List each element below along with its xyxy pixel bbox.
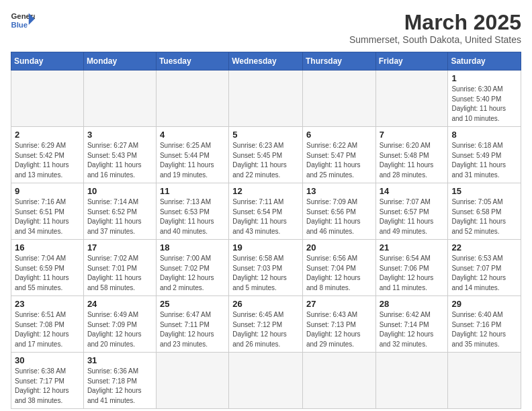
day-info: Sunrise: 7:13 AMSunset: 6:53 PMDaylight:…: [160, 197, 225, 236]
day-cell: [302, 71, 375, 127]
day-number: 19: [232, 242, 299, 253]
day-cell: 14Sunrise: 7:07 AMSunset: 6:57 PMDayligh…: [375, 183, 448, 240]
day-info: Sunrise: 7:14 AMSunset: 6:52 PMDaylight:…: [87, 197, 152, 236]
day-info: Sunrise: 6:58 AMSunset: 7:03 PMDaylight:…: [232, 254, 299, 293]
day-cell: 29Sunrise: 6:40 AMSunset: 7:16 PMDayligh…: [448, 296, 521, 353]
day-info: Sunrise: 6:56 AMSunset: 7:04 PMDaylight:…: [306, 254, 372, 293]
day-cell: 27Sunrise: 6:43 AMSunset: 7:13 PMDayligh…: [302, 296, 375, 353]
day-cell: 8Sunrise: 6:18 AMSunset: 5:49 PMDaylight…: [448, 127, 521, 183]
day-info: Sunrise: 6:53 AMSunset: 7:07 PMDaylight:…: [451, 254, 517, 293]
week-row-4: 16Sunrise: 7:04 AMSunset: 6:59 PMDayligh…: [11, 240, 521, 296]
day-info: Sunrise: 7:11 AMSunset: 6:54 PMDaylight:…: [232, 197, 299, 236]
day-number: 28: [380, 299, 445, 309]
svg-text:Blue: Blue: [11, 21, 28, 29]
day-info: Sunrise: 7:09 AMSunset: 6:56 PMDaylight:…: [306, 197, 372, 236]
weekday-monday: Monday: [83, 52, 156, 71]
day-info: Sunrise: 7:16 AMSunset: 6:51 PMDaylight:…: [15, 197, 80, 236]
day-cell: 23Sunrise: 6:51 AMSunset: 7:08 PMDayligh…: [11, 296, 84, 353]
logo: General Blue: [11, 11, 35, 30]
day-cell: 5Sunrise: 6:23 AMSunset: 5:45 PMDaylight…: [229, 127, 303, 183]
day-cell: 19Sunrise: 6:58 AMSunset: 7:03 PMDayligh…: [229, 240, 303, 296]
day-number: 22: [451, 242, 517, 253]
page-header: General Blue March 2025 Summerset, South…: [11, 11, 521, 45]
week-row-2: 2Sunrise: 6:29 AMSunset: 5:42 PMDaylight…: [11, 127, 521, 183]
day-number: 29: [451, 299, 517, 309]
day-number: 18: [160, 242, 225, 253]
day-cell: [11, 71, 84, 127]
weekday-tuesday: Tuesday: [156, 52, 228, 71]
day-number: 12: [232, 186, 299, 196]
weekday-header-row: SundayMondayTuesdayWednesdayThursdayFrid…: [11, 52, 521, 71]
day-cell: 22Sunrise: 6:53 AMSunset: 7:07 PMDayligh…: [448, 240, 521, 296]
day-number: 25: [160, 299, 225, 309]
day-info: Sunrise: 7:05 AMSunset: 6:58 PMDaylight:…: [451, 197, 517, 236]
day-cell: 24Sunrise: 6:49 AMSunset: 7:09 PMDayligh…: [83, 296, 156, 353]
day-cell: 30Sunrise: 6:38 AMSunset: 7:17 PMDayligh…: [11, 353, 84, 409]
day-number: 6: [306, 130, 372, 140]
day-cell: 11Sunrise: 7:13 AMSunset: 6:53 PMDayligh…: [156, 183, 228, 240]
calendar-body: 1Sunrise: 6:30 AMSunset: 5:40 PMDaylight…: [11, 71, 521, 409]
day-cell: 26Sunrise: 6:45 AMSunset: 7:12 PMDayligh…: [229, 296, 303, 353]
day-number: 5: [232, 130, 299, 140]
day-cell: 16Sunrise: 7:04 AMSunset: 6:59 PMDayligh…: [11, 240, 84, 296]
day-cell: 10Sunrise: 7:14 AMSunset: 6:52 PMDayligh…: [83, 183, 156, 240]
day-number: 17: [87, 242, 152, 253]
day-cell: 2Sunrise: 6:29 AMSunset: 5:42 PMDaylight…: [11, 127, 84, 183]
day-info: Sunrise: 6:49 AMSunset: 7:09 PMDaylight:…: [87, 310, 152, 349]
day-info: Sunrise: 6:45 AMSunset: 7:12 PMDaylight:…: [232, 310, 299, 349]
day-number: 21: [380, 242, 445, 253]
day-cell: [229, 71, 303, 127]
weekday-sunday: Sunday: [11, 52, 84, 71]
weekday-wednesday: Wednesday: [229, 52, 303, 71]
day-cell: [229, 353, 303, 409]
weekday-saturday: Saturday: [448, 52, 521, 71]
day-number: 27: [306, 299, 372, 309]
day-info: Sunrise: 6:30 AMSunset: 5:40 PMDaylight:…: [451, 85, 517, 124]
day-cell: 3Sunrise: 6:27 AMSunset: 5:43 PMDaylight…: [83, 127, 156, 183]
day-cell: 20Sunrise: 6:56 AMSunset: 7:04 PMDayligh…: [302, 240, 375, 296]
calendar-table: SundayMondayTuesdayWednesdayThursdayFrid…: [11, 52, 521, 409]
day-number: 9: [15, 186, 80, 196]
day-cell: 21Sunrise: 6:54 AMSunset: 7:06 PMDayligh…: [375, 240, 448, 296]
logo-icon: General Blue: [11, 11, 35, 30]
day-cell: 31Sunrise: 6:36 AMSunset: 7:18 PMDayligh…: [83, 353, 156, 409]
day-number: 31: [87, 355, 152, 365]
day-info: Sunrise: 6:54 AMSunset: 7:06 PMDaylight:…: [380, 254, 445, 293]
title-block: March 2025 Summerset, South Dakota, Unit…: [349, 11, 521, 45]
day-number: 1: [451, 73, 517, 83]
day-info: Sunrise: 6:20 AMSunset: 5:48 PMDaylight:…: [380, 141, 445, 180]
day-number: 30: [15, 355, 80, 365]
day-number: 13: [306, 186, 372, 196]
day-info: Sunrise: 6:18 AMSunset: 5:49 PMDaylight:…: [451, 141, 517, 180]
day-cell: [156, 71, 228, 127]
day-cell: 4Sunrise: 6:25 AMSunset: 5:44 PMDaylight…: [156, 127, 228, 183]
day-cell: 6Sunrise: 6:22 AMSunset: 5:47 PMDaylight…: [302, 127, 375, 183]
day-number: 3: [87, 130, 152, 140]
day-info: Sunrise: 6:29 AMSunset: 5:42 PMDaylight:…: [15, 141, 80, 180]
day-cell: [302, 353, 375, 409]
day-info: Sunrise: 6:36 AMSunset: 7:18 PMDaylight:…: [87, 367, 152, 406]
day-info: Sunrise: 7:04 AMSunset: 6:59 PMDaylight:…: [15, 254, 80, 293]
calendar-subtitle: Summerset, South Dakota, United States: [349, 34, 521, 45]
day-cell: 7Sunrise: 6:20 AMSunset: 5:48 PMDaylight…: [375, 127, 448, 183]
day-info: Sunrise: 6:40 AMSunset: 7:16 PMDaylight:…: [451, 310, 517, 349]
day-cell: 1Sunrise: 6:30 AMSunset: 5:40 PMDaylight…: [448, 71, 521, 127]
day-info: Sunrise: 7:02 AMSunset: 7:01 PMDaylight:…: [87, 254, 152, 293]
day-number: 20: [306, 242, 372, 253]
day-info: Sunrise: 6:25 AMSunset: 5:44 PMDaylight:…: [160, 141, 225, 180]
day-info: Sunrise: 7:07 AMSunset: 6:57 PMDaylight:…: [380, 197, 445, 236]
day-cell: 28Sunrise: 6:42 AMSunset: 7:14 PMDayligh…: [375, 296, 448, 353]
weekday-friday: Friday: [375, 52, 448, 71]
day-cell: 13Sunrise: 7:09 AMSunset: 6:56 PMDayligh…: [302, 183, 375, 240]
day-number: 7: [380, 130, 445, 140]
day-number: 14: [380, 186, 445, 196]
week-row-1: 1Sunrise: 6:30 AMSunset: 5:40 PMDaylight…: [11, 71, 521, 127]
day-cell: [448, 353, 521, 409]
day-number: 4: [160, 130, 225, 140]
day-cell: 17Sunrise: 7:02 AMSunset: 7:01 PMDayligh…: [83, 240, 156, 296]
day-cell: 25Sunrise: 6:47 AMSunset: 7:11 PMDayligh…: [156, 296, 228, 353]
day-number: 8: [451, 130, 517, 140]
day-number: 2: [15, 130, 80, 140]
day-info: Sunrise: 6:42 AMSunset: 7:14 PMDaylight:…: [380, 310, 445, 349]
day-cell: [375, 353, 448, 409]
